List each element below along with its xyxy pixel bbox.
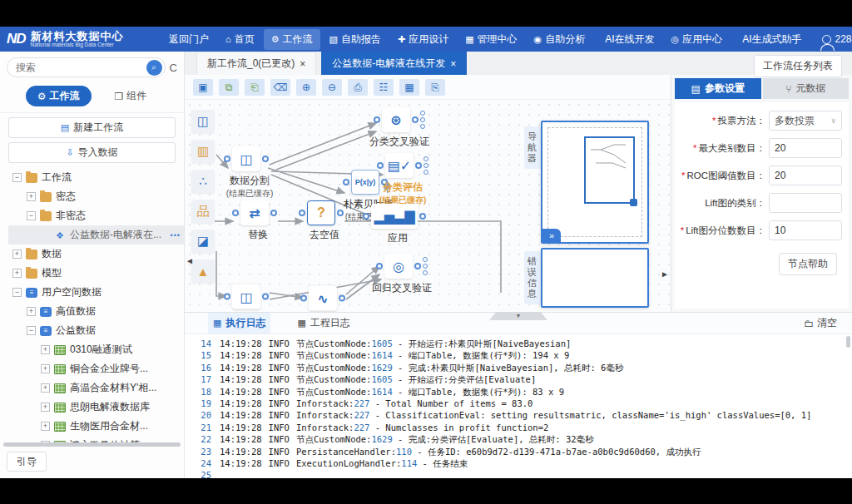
tree-toggle-icon[interactable]: + <box>41 345 50 354</box>
tree-item[interactable]: + 思朗电解液数据库 <box>8 398 184 417</box>
tree-item[interactable]: + 密态 <box>8 187 184 206</box>
search-input[interactable] <box>16 62 146 73</box>
sidebar-tab[interactable]: ❒ 组件 <box>103 86 159 106</box>
output-port[interactable] <box>337 210 344 216</box>
more-actions-icon[interactable]: ••• <box>171 231 181 240</box>
output-port[interactable] <box>414 263 421 269</box>
node-icon[interactable]: ⊛ <box>382 107 410 132</box>
tree-toggle-icon[interactable]: − <box>27 211 36 220</box>
toolbar-button-export-report[interactable]: ⎘ <box>425 79 445 96</box>
workflow-tab[interactable]: 公益数据-电解液在线开发 × <box>321 52 467 75</box>
field-input[interactable] <box>769 138 842 158</box>
tree-item[interactable]: + 鸿之微晶体计算... <box>8 436 184 442</box>
tree-toggle-icon[interactable]: + <box>27 307 36 316</box>
input-port[interactable] <box>343 179 349 185</box>
output-port[interactable] <box>419 213 426 220</box>
workflow-canvas[interactable]: ◫ ▥ ∴ <box>185 100 671 312</box>
tree-toggle-icon[interactable]: + <box>41 422 50 431</box>
palette-node-icon[interactable]: ◪ <box>191 230 215 253</box>
tree-toggle-icon[interactable]: − <box>12 173 22 182</box>
tree-item[interactable]: + 高温合金材料Y'相... <box>8 378 184 398</box>
tree-toggle-icon[interactable]: + <box>27 192 36 201</box>
log-scrollbar[interactable] <box>846 336 850 348</box>
nav-item[interactable]: ◉ 自助分析 <box>527 29 593 50</box>
params-tab[interactable]: ▤ 参数设置 <box>675 78 761 99</box>
params-tab[interactable]: ⑂ 元数据 <box>763 78 850 99</box>
node-icon[interactable]: ◫ <box>232 284 260 309</box>
guide-button[interactable]: 引导 <box>7 452 47 472</box>
nav-item[interactable]: ✚ 应用设计 <box>390 29 456 50</box>
field-input[interactable] <box>769 193 842 213</box>
minimap-viewport[interactable] <box>584 136 636 204</box>
workflow-node[interactable]: ▤✓ 分类评估 (结果已缓存) <box>357 153 448 206</box>
nav-item[interactable]: AI在线开发 <box>594 29 661 50</box>
refresh-icon[interactable]: C <box>170 62 177 74</box>
node-icon[interactable]: ▂▅▃▇ <box>371 204 417 229</box>
sidebar-horizontal-scrollbar[interactable] <box>3 442 181 447</box>
nav-item[interactable]: ▧ 自助报告 <box>322 29 389 50</box>
workflow-node[interactable]: ? 去空值 <box>279 200 370 242</box>
field-input-text[interactable] <box>775 197 836 209</box>
log-tab[interactable]: ▦ 工程日志 <box>292 313 354 334</box>
workflow-tab[interactable]: 新工作流_0(已更改) × <box>196 52 316 75</box>
tree-item[interactable]: − 工作流 <box>8 168 184 187</box>
node-icon[interactable]: ⇄ <box>240 200 269 225</box>
input-port[interactable] <box>224 294 230 300</box>
import-data-button[interactable]: ⇩ 导入数据 <box>8 142 176 163</box>
tree-item[interactable]: − ≡ 用户空间数据 <box>8 283 184 302</box>
tree-item[interactable]: − 非密态 <box>8 206 184 225</box>
tree-toggle-icon[interactable]: + <box>12 250 22 259</box>
node-icon[interactable]: ◎ <box>384 254 413 279</box>
toolbar-button-zoom-out[interactable]: ⊖ <box>322 79 342 96</box>
user-menu[interactable]: 2284306... ▾ <box>814 33 852 45</box>
tree-toggle-icon[interactable]: + <box>12 269 22 278</box>
workflow-node[interactable]: ◫ 数据分割 (结果已缓存) <box>204 146 295 200</box>
field-input[interactable] <box>769 166 842 185</box>
workflow-node[interactable]: ∿ <box>280 286 372 313</box>
collapse-sidebar-icon[interactable]: ◄ <box>186 256 194 265</box>
palette-node-icon[interactable]: ▲ <box>191 259 215 283</box>
output-port[interactable] <box>262 294 269 300</box>
field-input-text[interactable] <box>775 225 836 236</box>
nav-item[interactable]: ⌂ 首页 <box>218 29 262 50</box>
log-tab[interactable]: ▦ 执行日志 <box>208 313 270 334</box>
log-collapse-handle[interactable]: ▼ <box>489 312 547 320</box>
navigator-tab[interactable]: 导航器 <box>524 126 541 169</box>
close-icon[interactable]: × <box>450 58 456 70</box>
tree-item[interactable]: + 铜合金企业牌号... <box>8 359 184 378</box>
tree-item[interactable]: + 模型 <box>8 264 184 283</box>
tree-toggle-icon[interactable]: + <box>41 403 50 412</box>
toolbar-button-auto-layout[interactable]: ☷ <box>374 79 394 96</box>
palette-node-icon[interactable]: 品 <box>191 200 215 223</box>
input-port[interactable] <box>232 210 239 216</box>
workflow-node[interactable]: ⊛ 分类交叉验证 <box>354 107 445 149</box>
tree-toggle-icon[interactable]: + <box>41 383 50 393</box>
nav-item[interactable]: ▦ 管理中心 <box>458 29 524 50</box>
clear-log-button[interactable]: 🗀 清空 <box>804 316 837 330</box>
node-icon[interactable]: ▤✓ <box>385 153 414 178</box>
node-icon[interactable]: ∿ <box>309 286 337 311</box>
close-icon[interactable]: × <box>300 58 305 70</box>
tree-item[interactable]: + 数据 <box>8 245 184 264</box>
field-input[interactable] <box>769 220 842 240</box>
task-list-button[interactable]: 工作流任务列表 <box>754 55 842 77</box>
toolbar-button-paste[interactable]: ⎗ <box>245 79 265 96</box>
collapse-panel-icon[interactable]: ► <box>661 269 669 279</box>
output-port[interactable] <box>412 116 419 123</box>
nav-item[interactable]: AI生成式助手 <box>731 29 809 50</box>
palette-node-icon[interactable]: ◫ <box>191 110 215 133</box>
input-port[interactable] <box>299 210 305 216</box>
input-port[interactable] <box>300 295 307 302</box>
node-help-button[interactable]: 节点帮助 <box>779 253 837 275</box>
tree-item[interactable]: + 0310融通测试 <box>8 340 184 359</box>
toolbar-button-print[interactable]: ⎙ <box>348 79 368 96</box>
navigator-expand-button[interactable]: » <box>542 229 561 242</box>
nav-item[interactable]: 返回门户 <box>158 29 216 50</box>
tree-toggle-icon[interactable]: − <box>12 288 22 297</box>
field-input-text[interactable] <box>775 142 836 154</box>
node-icon[interactable]: ◫ <box>232 146 260 171</box>
nav-item[interactable]: ◎ 应用中心 <box>664 29 731 50</box>
toolbar-button-delete[interactable]: ⌫ <box>270 79 290 96</box>
toolbar-button-export-image[interactable]: ▦ <box>399 79 419 96</box>
input-port[interactable] <box>376 263 383 269</box>
